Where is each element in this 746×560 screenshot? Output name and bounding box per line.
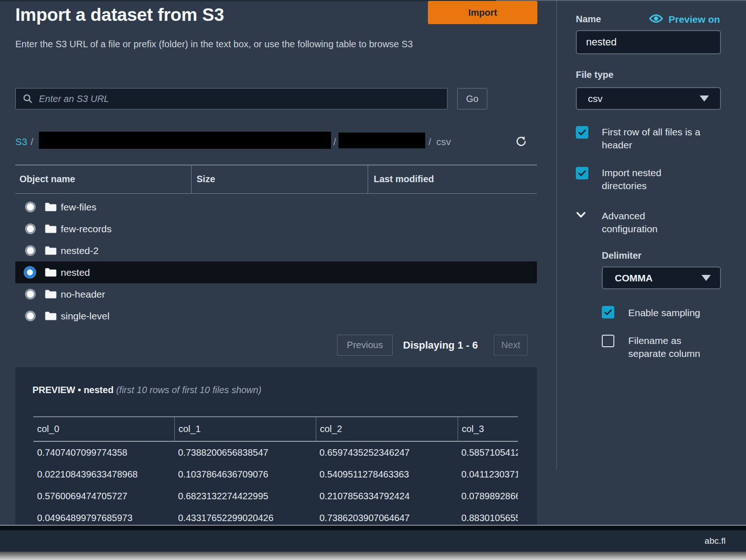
search-icon (22, 93, 33, 104)
folder-icon (45, 246, 57, 255)
folder-icon (45, 289, 57, 299)
preview-row: 0.5760069474705727 0.6823132274422995 0.… (33, 485, 518, 507)
redacted-bucket-name (39, 132, 331, 149)
preview-col-2: col_2 (316, 417, 458, 441)
preview-title: PREVIEW • nested (first 10 rows of first… (32, 385, 261, 395)
advanced-chevron-icon[interactable] (576, 211, 586, 220)
radio-selected-icon[interactable] (24, 267, 36, 278)
redacted-prefix (338, 133, 425, 148)
file-type-select[interactable]: csv (576, 87, 721, 110)
name-input[interactable]: nested (576, 30, 721, 54)
checkbox-enable-sampling-label: Enable sampling (628, 306, 726, 319)
status-bar: abc.fl (0, 530, 746, 552)
checkbox-import-nested[interactable] (576, 167, 588, 179)
column-header-size[interactable]: Size (197, 165, 215, 193)
page-title: Import a dataset from S3 (15, 5, 224, 25)
breadcrumb-sep-3: / (428, 134, 431, 150)
breadcrumb-csv[interactable]: csv (436, 134, 451, 150)
previous-button[interactable]: Previous (337, 335, 393, 356)
column-separator (191, 165, 191, 193)
table-top-border (15, 165, 537, 165)
top-edge-strip (0, 0, 496, 1)
preview-col-1: col_1 (174, 417, 316, 441)
chevron-down-icon (700, 95, 709, 102)
go-button[interactable]: Go (457, 88, 487, 109)
radio-unselected-icon[interactable] (25, 223, 36, 234)
checkbox-first-row-header[interactable] (576, 126, 588, 139)
delimiter-label: Delimiter (602, 250, 642, 261)
table-header-underline (15, 193, 537, 194)
sidebar-divider (556, 0, 557, 469)
preview-col-3: col_3 (458, 417, 518, 441)
table-row-single-level[interactable]: single-level (15, 305, 537, 327)
checkbox-filename-column[interactable] (602, 335, 614, 347)
breadcrumb-sep-2: / (333, 134, 336, 150)
radio-unselected-icon[interactable] (25, 245, 36, 256)
column-header-object-name[interactable]: Object name (19, 165, 75, 193)
s3-url-placeholder: Enter an S3 URL (39, 94, 109, 104)
horizontal-scrollbar[interactable] (0, 552, 746, 560)
radio-unselected-icon[interactable] (25, 289, 36, 299)
checkbox-import-nested-label: Import nested directories (602, 166, 695, 192)
status-bar-text: abc.fl (705, 530, 726, 552)
import-button[interactable]: Import (428, 1, 537, 24)
page-subtitle: Enter the S3 URL of a file or prefix (fo… (15, 39, 413, 50)
preview-table-header: col_0 col_1 col_2 col_3 (33, 416, 518, 442)
radio-unselected-icon[interactable] (25, 311, 36, 321)
pagination-status: Displaying 1 - 6 (393, 335, 488, 356)
table-row-nested[interactable]: nested (15, 261, 537, 283)
file-type-label: File type (576, 70, 613, 80)
preview-col-0: col_0 (33, 417, 174, 441)
object-list: few-files few-records nested-2 nested no… (15, 196, 537, 327)
delimiter-select[interactable]: COMMA (602, 267, 721, 289)
advanced-configuration-label[interactable]: Advanced configuration (602, 210, 701, 235)
radio-unselected-icon[interactable] (25, 202, 36, 212)
folder-icon (45, 267, 57, 277)
checkbox-first-row-header-label: First row of all files is a header (602, 126, 723, 152)
chevron-down-icon (701, 275, 711, 281)
breadcrumb-sep-1: / (31, 134, 33, 150)
preview-row: 0.022108439633478968 0.1037864636709076 … (33, 464, 518, 485)
checkbox-filename-column-label: Filename as separate column (628, 334, 707, 360)
name-label: Name (576, 14, 601, 25)
column-separator (368, 165, 368, 193)
s3-url-input[interactable]: Enter an S3 URL (15, 88, 447, 109)
folder-icon (45, 311, 57, 321)
breadcrumb-s3[interactable]: S3 (15, 134, 27, 150)
eye-icon (648, 13, 664, 26)
preview-row: 0.04964899797685973 0.43317652299020426 … (33, 507, 518, 525)
table-row-few-records[interactable]: few-records (15, 218, 537, 240)
preview-panel: PREVIEW • nested (first 10 rows of first… (15, 367, 537, 525)
table-row-no-header[interactable]: no-header (15, 283, 537, 305)
folder-icon (45, 202, 57, 212)
table-row-nested-2[interactable]: nested-2 (15, 240, 537, 261)
checkbox-enable-sampling[interactable] (602, 306, 614, 318)
preview-row: 0.7407407099774358 0.7388200656838547 0.… (33, 442, 518, 464)
column-header-last-modified[interactable]: Last modified (374, 165, 434, 193)
preview-toggle[interactable]: Preview on (648, 13, 720, 26)
preview-table: col_0 col_1 col_2 col_3 0.74074070997743… (33, 416, 518, 525)
table-row-few-files[interactable]: few-files (15, 196, 537, 218)
folder-icon (45, 224, 57, 234)
refresh-icon[interactable] (515, 135, 528, 150)
next-button[interactable]: Next (494, 335, 528, 356)
bottom-black-strip (0, 526, 746, 530)
